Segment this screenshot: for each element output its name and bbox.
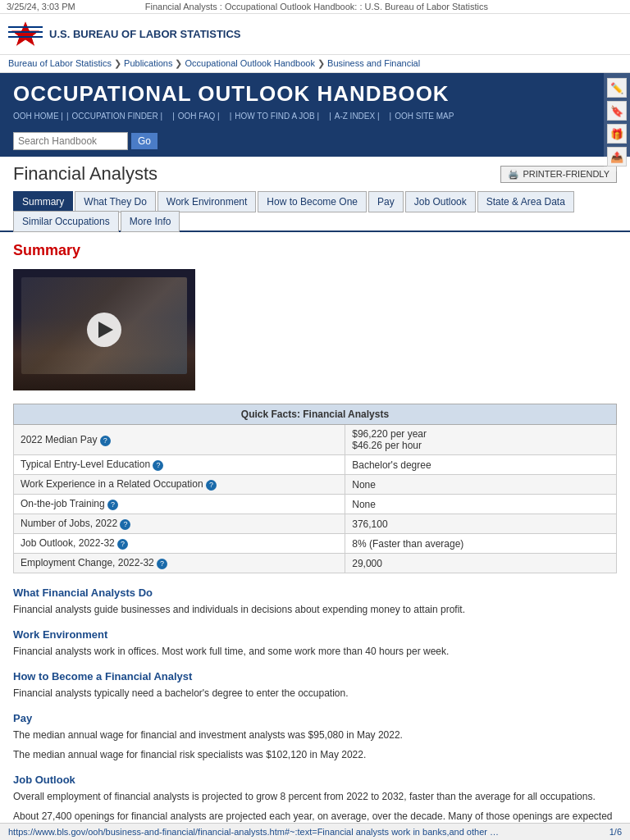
share-icon[interactable]: 📤 <box>607 147 627 167</box>
qf-value-6: 29,000 <box>345 554 617 573</box>
section-what-they-do: What Financial Analysts Do Financial ana… <box>13 587 617 617</box>
quick-facts-table: Quick Facts: Financial Analysts 2022 Med… <box>13 404 617 573</box>
section-work-environment-body: Financial analysts work in offices. Most… <box>13 644 617 659</box>
quick-facts-title: Quick Facts: Financial Analysts <box>14 404 617 425</box>
tab-how-to-become[interactable]: How to Become One <box>258 191 367 212</box>
qf-value-1: Bachelor's degree <box>345 455 617 475</box>
printer-button-label: PRINTER-FRIENDLY <box>523 169 609 179</box>
qf-value-2: None <box>345 475 617 495</box>
search-button[interactable]: Go <box>131 133 158 149</box>
help-icon-0[interactable]: ? <box>100 436 111 446</box>
tab-job-outlook[interactable]: Job Outlook <box>405 191 476 212</box>
section-how-to-become: How to Become a Financial Analyst Financ… <box>13 670 617 701</box>
breadcrumb-bls[interactable]: Bureau of Labor Statistics <box>8 58 112 68</box>
ooh-nav-faq[interactable]: OOH FAQ <box>178 112 226 127</box>
help-icon-2[interactable]: ? <box>206 480 217 491</box>
qf-value-5: 8% (Faster than average) <box>345 534 617 554</box>
breadcrumb-publications[interactable]: Publications <box>124 58 172 68</box>
ooh-nav-home[interactable]: OOH HOME <box>13 112 63 127</box>
ooh-nav-find-job[interactable]: HOW TO FIND A JOB <box>235 112 326 127</box>
ooh-nav-sitemap[interactable]: OOH SITE MAP <box>395 112 460 127</box>
qf-label-2: Work Experience in a Related Occupation … <box>14 475 345 495</box>
section-how-to-become-body: Financial analysts typically need a bach… <box>13 686 617 701</box>
qf-label-5: Job Outlook, 2022-32 ? <box>14 534 345 554</box>
breadcrumb-sep2: ❯ <box>175 58 185 68</box>
section-job-outlook-body1: Overall employment of financial analysts… <box>13 789 617 804</box>
svg-marker-0 <box>11 21 40 47</box>
section-work-environment-link[interactable]: Work Environment <box>13 628 107 641</box>
qf-label-1: Typical Entry-Level Education ? <box>14 455 345 475</box>
breadcrumb-ooh[interactable]: Occupational Outlook Handbook <box>185 58 315 68</box>
page-title: Financial Analysts <box>13 163 158 185</box>
edit-icon[interactable]: ✏️ <box>607 78 627 98</box>
video-thumbnail[interactable] <box>13 269 195 390</box>
search-input[interactable] <box>13 132 128 150</box>
page-count: 1/6 <box>609 827 622 837</box>
breadcrumb-sep3: ❯ <box>317 58 327 68</box>
breadcrumb-baf[interactable]: Business and Financial <box>327 58 420 68</box>
section-pay-body2: The median annual wage for financial ris… <box>13 747 617 762</box>
qf-label-4: Number of Jobs, 2022 ? <box>14 514 345 534</box>
tab-more-info[interactable]: More Info <box>121 211 180 232</box>
tab-what-they-do[interactable]: What They Do <box>75 191 155 212</box>
status-url: https://www.bls.gov/ooh/business-and-fin… <box>8 827 500 837</box>
page-tab-title: Financial Analysts : Occupational Outloo… <box>75 2 558 11</box>
printer-friendly-button[interactable]: 🖨️ PRINTER-FRIENDLY <box>500 166 617 183</box>
section-pay-body1: The median annual wage for financial and… <box>13 728 617 742</box>
bls-logo <box>8 19 43 49</box>
bls-title-link[interactable]: U.S. BUREAU OF LABOR STATISTICS <box>49 28 241 40</box>
summary-heading: Summary <box>13 242 617 259</box>
qf-value-4: 376,100 <box>345 514 617 534</box>
breadcrumb-sep1: ❯ <box>114 58 124 68</box>
qf-label-6: Employment Change, 2022-32 ? <box>14 554 345 573</box>
tab-pay[interactable]: Pay <box>368 191 404 212</box>
video-play-button[interactable] <box>87 313 121 347</box>
section-pay-link[interactable]: Pay <box>13 712 32 724</box>
section-what-they-do-link[interactable]: What Financial Analysts Do <box>13 587 153 599</box>
tab-state-area[interactable]: State & Area Data <box>477 191 574 212</box>
help-icon-5[interactable]: ? <box>117 539 128 550</box>
section-how-to-become-link[interactable]: How to Become a Financial Analyst <box>13 670 192 682</box>
ooh-nav-az[interactable]: A-Z INDEX <box>335 112 386 127</box>
qf-label-3: On-the-job Training ? <box>14 495 345 514</box>
page-time: 3/25/24, 3:03 PM <box>7 2 75 11</box>
section-pay: Pay The median annual wage for financial… <box>13 712 617 762</box>
help-icon-4[interactable]: ? <box>120 519 130 530</box>
tab-work-environment[interactable]: Work Environment <box>158 191 256 212</box>
printer-icon: 🖨️ <box>508 169 519 180</box>
help-icon-6[interactable]: ? <box>157 559 167 569</box>
qf-label-0: 2022 Median Pay ? <box>14 425 345 455</box>
bottom-status-bar: https://www.bls.gov/ooh/business-and-fin… <box>0 823 630 840</box>
tab-similar[interactable]: Similar Occupations <box>13 211 119 232</box>
section-what-they-do-body: Financial analysts guide businesses and … <box>13 602 617 617</box>
ooh-title: OCCUPATIONAL OUTLOOK HANDBOOK <box>13 81 617 107</box>
section-job-outlook-link[interactable]: Job Outlook <box>13 774 75 786</box>
qf-value-0: $96,220 per year$46.26 per hour <box>345 425 617 455</box>
qf-value-3: None <box>345 495 617 514</box>
bookmark-icon[interactable]: 🔖 <box>607 101 627 121</box>
help-icon-1[interactable]: ? <box>153 460 163 471</box>
ooh-nav-finder[interactable]: OCCUPATION FINDER <box>72 112 170 127</box>
section-work-environment: Work Environment Financial analysts work… <box>13 628 617 659</box>
help-icon-3[interactable]: ? <box>107 500 118 510</box>
gift-icon[interactable]: 🎁 <box>607 124 627 144</box>
tab-summary[interactable]: Summary <box>13 191 73 212</box>
